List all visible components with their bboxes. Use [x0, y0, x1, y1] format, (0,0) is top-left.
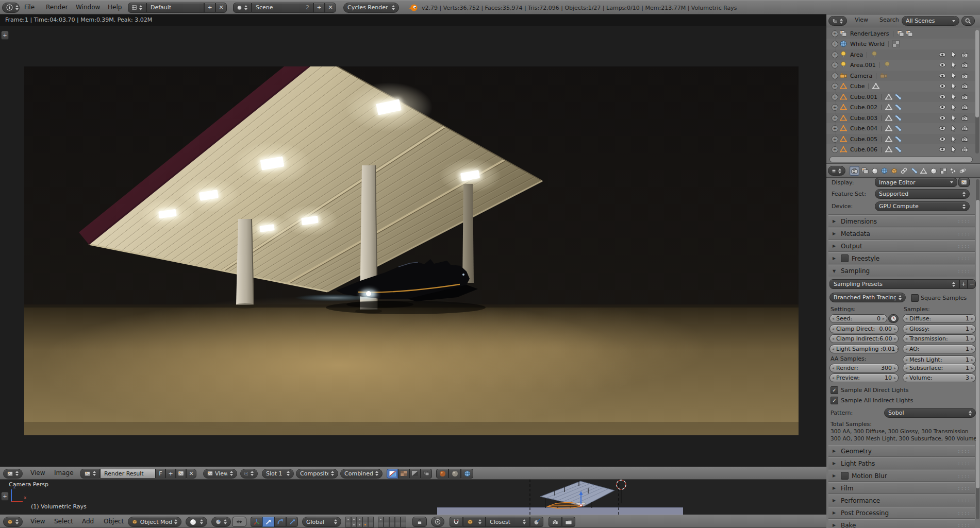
outliner-row-area[interactable]: Area — [826, 49, 976, 60]
menu-render[interactable]: Render — [40, 4, 74, 11]
manipulator-toggle-button[interactable] — [232, 517, 246, 527]
expand-icon[interactable] — [832, 30, 838, 37]
tab-modifiers[interactable] — [909, 166, 918, 175]
clamp-indirect-slider[interactable]: ◂Clamp Indirect:6.00▸ — [829, 334, 899, 343]
panel-post-processing[interactable]: ▶Post Processing:::: — [828, 507, 975, 519]
diffuse-samples-slider[interactable]: ◂Diffuse:1▸ — [903, 314, 976, 323]
panel-grip-icon[interactable]: :::: — [957, 268, 971, 274]
outliner-search-button[interactable] — [961, 16, 975, 26]
panel-grip-icon[interactable]: :::: — [957, 256, 971, 261]
region-expand-tab[interactable]: + — [1, 31, 9, 40]
expand-icon[interactable] — [832, 94, 838, 100]
renderable-camera-icon[interactable] — [961, 114, 969, 122]
menu-select[interactable]: Select — [48, 518, 79, 525]
panel-grip-icon[interactable]: :::: — [957, 244, 971, 249]
outliner-row-cube004[interactable]: Cube.004 — [826, 123, 976, 133]
tab-render-layers[interactable] — [860, 166, 869, 175]
panel-grip-icon[interactable]: :::: — [957, 510, 971, 516]
tab-texture[interactable] — [939, 166, 948, 175]
manipulator-translate-button[interactable] — [262, 517, 274, 527]
seed-slider[interactable]: ◂Seed:0▸ — [829, 314, 887, 323]
viewport-shading-dropdown[interactable] — [186, 517, 207, 527]
editor-type-info-dropdown[interactable] — [2, 3, 20, 13]
render-opengl-button[interactable] — [549, 517, 562, 527]
display-device-world-button[interactable] — [461, 469, 473, 479]
panel-output[interactable]: ▶Output:::: — [828, 240, 975, 252]
mesh-light-samples-slider[interactable]: ◂Mesh Light:1▸ — [903, 355, 976, 364]
outliner-row-cube001[interactable]: Cube.001 — [826, 92, 976, 102]
visibility-eye-icon[interactable] — [939, 51, 946, 58]
outliner-row-cube006[interactable]: Cube.006 — [826, 144, 976, 155]
channel-rgba-button[interactable] — [387, 469, 398, 479]
editor-type-3d-dropdown[interactable] — [3, 517, 23, 527]
remove-preset-button[interactable]: − — [968, 279, 976, 289]
visibility-eye-icon[interactable] — [939, 146, 946, 153]
unlink-image-button[interactable]: ✕ — [186, 469, 196, 479]
expand-icon[interactable] — [832, 73, 838, 79]
outliner-horizontal-scrollbar[interactable] — [829, 157, 973, 162]
pack-image-button[interactable] — [176, 469, 186, 479]
renderable-camera-icon[interactable] — [961, 51, 969, 58]
menu-file[interactable]: File — [19, 4, 40, 11]
editor-type-outliner-dropdown[interactable] — [828, 16, 847, 26]
channel-alpha-button[interactable] — [398, 469, 409, 479]
selectable-cursor-icon[interactable] — [950, 51, 957, 58]
panel-performance[interactable]: ▶Performance:::: — [828, 495, 975, 506]
visibility-eye-icon[interactable] — [939, 125, 946, 132]
tab-data[interactable] — [919, 166, 928, 175]
panel-geometry[interactable]: ▶Geometry:::: — [828, 445, 975, 457]
renderable-camera-icon[interactable] — [961, 146, 969, 153]
render-pass-dropdown[interactable]: Combined — [340, 469, 383, 479]
menu-image[interactable]: Image — [48, 469, 79, 476]
tab-constraints[interactable] — [900, 166, 908, 175]
tab-scene[interactable] — [870, 166, 879, 175]
editor-type-properties-dropdown[interactable] — [828, 166, 845, 176]
render-layer-dropdown[interactable]: Composite — [296, 469, 338, 479]
layers-block-1[interactable] — [345, 517, 374, 527]
expand-icon[interactable] — [832, 104, 838, 111]
panel-motion-blur[interactable]: ▶Motion Blur:::: — [828, 470, 975, 482]
menu-help[interactable]: Help — [102, 4, 127, 11]
clamp-direct-slider[interactable]: ◂Clamp Direct:0.00▸ — [829, 325, 899, 333]
feature-set-dropdown[interactable]: Supported — [875, 189, 970, 199]
panel-grip-icon[interactable]: :::: — [957, 231, 971, 236]
panel-metadata[interactable]: ▶Metadata:::: — [828, 228, 975, 240]
light-sampling-slider[interactable]: ◂Light Sampling :0.01▸ — [829, 345, 899, 353]
selectable-cursor-icon[interactable] — [950, 125, 957, 132]
visibility-eye-icon[interactable] — [939, 135, 946, 143]
tab-physics[interactable] — [958, 166, 967, 175]
tab-particles[interactable] — [949, 166, 957, 175]
outliner-row-world[interactable]: White World — [826, 39, 976, 49]
outliner-row-area001[interactable]: Area.001 — [826, 60, 976, 70]
expand-icon[interactable] — [832, 125, 838, 132]
transform-orientation-dropdown[interactable]: Global — [302, 517, 341, 527]
outliner-row-cube005[interactable]: Cube.005 — [826, 134, 976, 144]
channel-color-button[interactable] — [421, 469, 432, 479]
expand-icon[interactable] — [832, 62, 838, 69]
panel-grip-icon[interactable]: :::: — [957, 449, 971, 454]
panel-grip-icon[interactable]: :::: — [957, 498, 971, 503]
expand-icon[interactable] — [832, 41, 838, 47]
volume-samples-slider[interactable]: ◂Volume:3▸ — [903, 373, 976, 382]
add-preset-button[interactable]: + — [959, 279, 968, 289]
renderable-camera-icon[interactable] — [961, 72, 969, 79]
manipulator-axes-button[interactable] — [251, 517, 262, 527]
panel-dimensions[interactable]: ▶Dimensions:::: — [828, 215, 975, 227]
expand-icon[interactable] — [832, 146, 838, 153]
editor-type-image-dropdown[interactable] — [3, 469, 23, 479]
layers-block-2[interactable] — [378, 517, 406, 527]
screen-layout-icon-dropdown[interactable] — [128, 3, 146, 13]
region-expand-tab-3d[interactable]: + — [1, 492, 9, 501]
renderable-camera-icon[interactable] — [961, 61, 969, 69]
visibility-eye-icon[interactable] — [939, 82, 946, 90]
pivot-point-dropdown[interactable] — [211, 517, 231, 527]
manipulator-scale-button[interactable] — [286, 517, 298, 527]
panel-grip-icon[interactable]: :::: — [957, 473, 971, 479]
renderable-camera-icon[interactable] — [961, 82, 969, 90]
integrator-dropdown[interactable]: Branched Path Tracing — [829, 293, 906, 302]
display-dropdown[interactable]: Image Editor — [875, 178, 957, 187]
visibility-eye-icon[interactable] — [939, 61, 946, 69]
snap-peel-button[interactable] — [530, 517, 543, 527]
tab-object[interactable] — [890, 166, 899, 175]
device-dropdown[interactable]: GPU Compute — [875, 201, 970, 211]
